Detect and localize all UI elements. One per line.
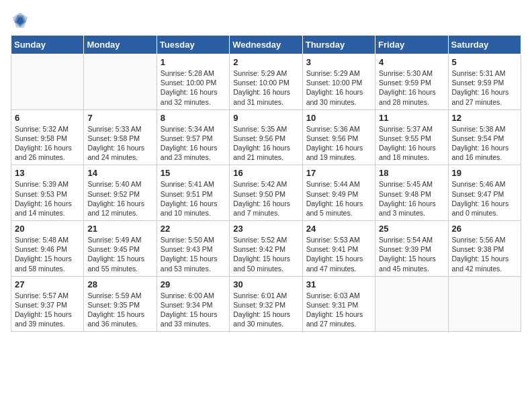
calendar-cell: 31Sunrise: 6:03 AM Sunset: 9:31 PM Dayli… bbox=[302, 276, 375, 332]
calendar-cell: 18Sunrise: 5:45 AM Sunset: 9:48 PM Dayli… bbox=[375, 165, 448, 221]
calendar-cell: 21Sunrise: 5:49 AM Sunset: 9:45 PM Dayli… bbox=[84, 221, 157, 277]
day-info: Sunrise: 5:50 AM Sunset: 9:43 PM Dayligh… bbox=[161, 235, 226, 273]
weekday-thursday: Thursday bbox=[302, 36, 375, 54]
day-info: Sunrise: 5:52 AM Sunset: 9:42 PM Dayligh… bbox=[233, 235, 298, 273]
calendar-week-3: 13Sunrise: 5:39 AM Sunset: 9:53 PM Dayli… bbox=[11, 165, 521, 221]
day-number: 14 bbox=[87, 168, 152, 178]
calendar-cell: 28Sunrise: 5:59 AM Sunset: 9:35 PM Dayli… bbox=[84, 276, 157, 332]
day-info: Sunrise: 5:59 AM Sunset: 9:35 PM Dayligh… bbox=[87, 291, 152, 329]
day-info: Sunrise: 5:28 AM Sunset: 10:00 PM Daylig… bbox=[161, 68, 226, 107]
logo-icon bbox=[11, 11, 30, 30]
weekday-wednesday: Wednesday bbox=[230, 36, 302, 54]
day-info: Sunrise: 5:44 AM Sunset: 9:49 PM Dayligh… bbox=[306, 179, 371, 218]
day-number: 12 bbox=[452, 113, 517, 123]
calendar-week-5: 27Sunrise: 5:57 AM Sunset: 9:37 PM Dayli… bbox=[11, 276, 521, 332]
day-number: 6 bbox=[15, 113, 80, 123]
calendar-cell: 17Sunrise: 5:44 AM Sunset: 9:49 PM Dayli… bbox=[302, 165, 375, 221]
calendar-cell: 16Sunrise: 5:42 AM Sunset: 9:50 PM Dayli… bbox=[230, 165, 302, 221]
day-info: Sunrise: 6:03 AM Sunset: 9:31 PM Dayligh… bbox=[306, 291, 371, 329]
calendar-cell bbox=[375, 276, 448, 332]
calendar-cell: 12Sunrise: 5:38 AM Sunset: 9:54 PM Dayli… bbox=[448, 109, 521, 165]
day-number: 23 bbox=[233, 224, 298, 234]
calendar-cell: 14Sunrise: 5:40 AM Sunset: 9:52 PM Dayli… bbox=[84, 165, 157, 221]
day-info: Sunrise: 5:57 AM Sunset: 9:37 PM Dayligh… bbox=[15, 291, 80, 329]
calendar-cell: 9Sunrise: 5:35 AM Sunset: 9:56 PM Daylig… bbox=[230, 109, 302, 165]
day-number: 8 bbox=[161, 113, 226, 123]
calendar-cell: 22Sunrise: 5:50 AM Sunset: 9:43 PM Dayli… bbox=[157, 221, 229, 277]
calendar-cell: 1Sunrise: 5:28 AM Sunset: 10:00 PM Dayli… bbox=[157, 54, 229, 110]
calendar-cell: 29Sunrise: 6:00 AM Sunset: 9:34 PM Dayli… bbox=[157, 276, 229, 332]
calendar-cell: 6Sunrise: 5:32 AM Sunset: 9:58 PM Daylig… bbox=[11, 109, 84, 165]
day-number: 24 bbox=[306, 224, 371, 234]
day-number: 21 bbox=[87, 224, 152, 234]
day-info: Sunrise: 5:45 AM Sunset: 9:48 PM Dayligh… bbox=[379, 179, 444, 218]
day-info: Sunrise: 5:49 AM Sunset: 9:45 PM Dayligh… bbox=[87, 235, 152, 273]
weekday-saturday: Saturday bbox=[448, 36, 521, 54]
calendar-cell: 4Sunrise: 5:30 AM Sunset: 9:59 PM Daylig… bbox=[375, 54, 448, 110]
calendar-cell: 23Sunrise: 5:52 AM Sunset: 9:42 PM Dayli… bbox=[230, 221, 302, 277]
calendar-cell bbox=[448, 276, 521, 332]
day-number: 3 bbox=[306, 57, 371, 67]
day-info: Sunrise: 6:01 AM Sunset: 9:32 PM Dayligh… bbox=[233, 291, 298, 329]
day-number: 29 bbox=[161, 279, 226, 289]
day-info: Sunrise: 5:48 AM Sunset: 9:46 PM Dayligh… bbox=[15, 235, 80, 273]
day-info: Sunrise: 5:37 AM Sunset: 9:55 PM Dayligh… bbox=[379, 124, 444, 163]
page-header bbox=[11, 11, 521, 30]
logo bbox=[11, 11, 32, 30]
day-info: Sunrise: 5:34 AM Sunset: 9:57 PM Dayligh… bbox=[161, 124, 226, 163]
calendar-cell: 26Sunrise: 5:56 AM Sunset: 9:38 PM Dayli… bbox=[448, 221, 521, 277]
day-info: Sunrise: 5:39 AM Sunset: 9:53 PM Dayligh… bbox=[15, 179, 80, 218]
calendar-cell: 2Sunrise: 5:29 AM Sunset: 10:00 PM Dayli… bbox=[230, 54, 302, 110]
weekday-sunday: Sunday bbox=[11, 36, 84, 54]
calendar-header: SundayMondayTuesdayWednesdayThursdayFrid… bbox=[11, 36, 521, 54]
calendar-cell: 30Sunrise: 6:01 AM Sunset: 9:32 PM Dayli… bbox=[230, 276, 302, 332]
day-number: 13 bbox=[15, 168, 80, 178]
calendar-week-1: 1Sunrise: 5:28 AM Sunset: 10:00 PM Dayli… bbox=[11, 54, 521, 110]
calendar-cell: 5Sunrise: 5:31 AM Sunset: 9:59 PM Daylig… bbox=[448, 54, 521, 110]
calendar-cell: 19Sunrise: 5:46 AM Sunset: 9:47 PM Dayli… bbox=[448, 165, 521, 221]
day-info: Sunrise: 6:00 AM Sunset: 9:34 PM Dayligh… bbox=[161, 291, 226, 329]
day-number: 2 bbox=[233, 57, 298, 67]
day-info: Sunrise: 5:41 AM Sunset: 9:51 PM Dayligh… bbox=[161, 179, 226, 218]
day-number: 9 bbox=[233, 113, 298, 123]
day-number: 25 bbox=[379, 224, 444, 234]
day-number: 1 bbox=[161, 57, 226, 67]
day-number: 28 bbox=[87, 279, 152, 289]
calendar-week-4: 20Sunrise: 5:48 AM Sunset: 9:46 PM Dayli… bbox=[11, 221, 521, 277]
day-number: 20 bbox=[15, 224, 80, 234]
calendar-cell: 11Sunrise: 5:37 AM Sunset: 9:55 PM Dayli… bbox=[375, 109, 448, 165]
day-info: Sunrise: 5:38 AM Sunset: 9:54 PM Dayligh… bbox=[452, 124, 517, 163]
calendar-cell bbox=[11, 54, 84, 110]
day-number: 27 bbox=[15, 279, 80, 289]
calendar-cell: 10Sunrise: 5:36 AM Sunset: 9:56 PM Dayli… bbox=[302, 109, 375, 165]
day-info: Sunrise: 5:29 AM Sunset: 10:00 PM Daylig… bbox=[306, 68, 371, 107]
weekday-friday: Friday bbox=[375, 36, 448, 54]
calendar-cell bbox=[84, 54, 157, 110]
calendar-cell: 24Sunrise: 5:53 AM Sunset: 9:41 PM Dayli… bbox=[302, 221, 375, 277]
day-number: 5 bbox=[452, 57, 517, 67]
day-info: Sunrise: 5:56 AM Sunset: 9:38 PM Dayligh… bbox=[452, 235, 517, 273]
day-info: Sunrise: 5:33 AM Sunset: 9:58 PM Dayligh… bbox=[87, 124, 152, 163]
calendar-cell: 7Sunrise: 5:33 AM Sunset: 9:58 PM Daylig… bbox=[84, 109, 157, 165]
calendar-cell: 25Sunrise: 5:54 AM Sunset: 9:39 PM Dayli… bbox=[375, 221, 448, 277]
day-info: Sunrise: 5:29 AM Sunset: 10:00 PM Daylig… bbox=[233, 68, 298, 107]
day-number: 26 bbox=[452, 224, 517, 234]
calendar-cell: 15Sunrise: 5:41 AM Sunset: 9:51 PM Dayli… bbox=[157, 165, 229, 221]
day-info: Sunrise: 5:40 AM Sunset: 9:52 PM Dayligh… bbox=[87, 179, 152, 218]
calendar-cell: 27Sunrise: 5:57 AM Sunset: 9:37 PM Dayli… bbox=[11, 276, 84, 332]
day-number: 7 bbox=[87, 113, 152, 123]
day-info: Sunrise: 5:30 AM Sunset: 9:59 PM Dayligh… bbox=[379, 68, 444, 107]
day-number: 11 bbox=[379, 113, 444, 123]
day-number: 22 bbox=[161, 224, 226, 234]
calendar-cell: 3Sunrise: 5:29 AM Sunset: 10:00 PM Dayli… bbox=[302, 54, 375, 110]
day-number: 31 bbox=[306, 279, 371, 289]
weekday-tuesday: Tuesday bbox=[157, 36, 229, 54]
day-number: 10 bbox=[306, 113, 371, 123]
day-info: Sunrise: 5:31 AM Sunset: 9:59 PM Dayligh… bbox=[452, 68, 517, 107]
day-number: 17 bbox=[306, 168, 371, 178]
day-info: Sunrise: 5:36 AM Sunset: 9:56 PM Dayligh… bbox=[306, 124, 371, 163]
day-number: 19 bbox=[452, 168, 517, 178]
day-info: Sunrise: 5:53 AM Sunset: 9:41 PM Dayligh… bbox=[306, 235, 371, 273]
day-number: 18 bbox=[379, 168, 444, 178]
weekday-monday: Monday bbox=[84, 36, 157, 54]
